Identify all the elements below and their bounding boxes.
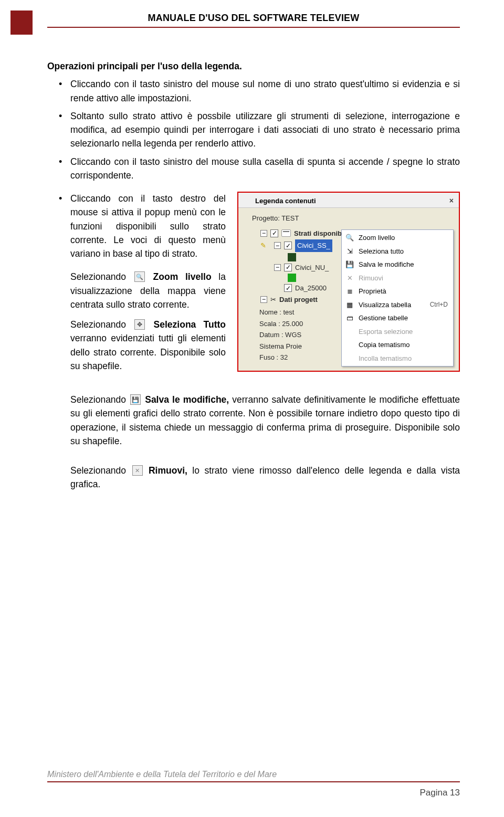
bullet-text: Cliccando con il tasto sinistro del mous… — [70, 79, 460, 103]
bullet-text: Soltanto sullo strato attivo è possbile … — [70, 111, 460, 149]
text: Selezionando — [70, 271, 133, 282]
section-title: Operazioni principali per l'uso della le… — [47, 59, 460, 73]
document-title: MANUALE D'USO DEL SOFTWARE TELEVIEW — [47, 13, 460, 24]
ctx-label: Rimuovi — [359, 273, 383, 284]
text: Selezionando — [70, 319, 133, 330]
save-icon — [130, 394, 141, 405]
ctx-manage-tables[interactable]: 🗃Gestione tabelle — [342, 311, 453, 325]
ctx-copy-thematism[interactable]: Copia tematismo — [342, 338, 453, 352]
blank-icon — [345, 341, 354, 349]
bold-term: Zoom livello — [153, 271, 212, 282]
ctx-label: Salva le modifiche — [359, 259, 414, 270]
paragraph: Selezionando Zoom livello la visualizzaz… — [47, 270, 226, 311]
bullet-text: Cliccando con il tasto sinistro del mous… — [70, 156, 460, 181]
layer-context-menu: 🔍Zoom livello ⇲Seleziona tutto 💾Salva le… — [341, 229, 454, 366]
ctx-shortcut: Ctrl+D — [430, 300, 448, 309]
left-bullet-list: Cliccando con il tasto destro del mouse … — [47, 192, 226, 260]
checkbox[interactable]: ✓ — [284, 264, 292, 271]
collapse-icon[interactable]: − — [260, 230, 267, 237]
db-icon: 🗃 — [345, 314, 354, 322]
table-icon: ▦ — [345, 300, 354, 309]
tree-label: Da_25000 — [295, 283, 327, 294]
save-icon: 💾 — [345, 260, 354, 269]
zoom-level-icon — [134, 271, 145, 282]
collapse-icon[interactable]: − — [260, 296, 267, 303]
blank-icon — [345, 327, 354, 336]
ctx-label: Visualizza tabella — [359, 300, 411, 310]
legend-titlebar: Legenda contenuti × — [238, 193, 459, 208]
bullet-text: Cliccando con il tasto destro del mouse … — [70, 193, 226, 259]
checkbox[interactable]: ✓ — [270, 229, 278, 237]
ctx-zoom-level[interactable]: 🔍Zoom livello — [342, 231, 453, 245]
ctx-view-table[interactable]: ▦Visualizza tabellaCtrl+D — [342, 298, 453, 312]
selected-layer-label: Civici_SS_ — [295, 239, 332, 252]
bullet-item: Cliccando con il tasto sinistro del mous… — [47, 155, 460, 183]
collapse-icon[interactable]: − — [274, 264, 281, 271]
edit-pencil-icon: ✎ — [260, 240, 266, 251]
bold-term: Seleziona Tutto — [154, 319, 226, 330]
header-accent-box — [10, 11, 33, 35]
tree-label: Dati progett — [279, 295, 318, 305]
checkbox[interactable]: ✓ — [284, 284, 292, 292]
tree-label: Civici_NU_ — [295, 263, 329, 273]
paragraph: Selezionando Seleziona Tutto verranno ev… — [47, 318, 226, 373]
paragraph: Selezionando Salva le modifiche, verrann… — [47, 393, 460, 448]
zoom-icon: 🔍 — [345, 234, 354, 242]
ctx-label: Gestione tabelle — [359, 313, 408, 323]
blank-icon — [345, 354, 354, 362]
color-swatch-icon — [288, 253, 296, 261]
bold-term: Salva le modifiche, — [145, 394, 229, 405]
color-swatch-icon — [288, 274, 296, 282]
remove-icon: ✕ — [345, 274, 354, 282]
tools-icon: ✂ — [270, 295, 276, 305]
bullet-item: Cliccando con il tasto destro del mouse … — [47, 192, 226, 260]
ctx-label: Zoom livello — [359, 233, 395, 243]
bullet-item: Soltanto sullo strato attivo è possbile … — [47, 109, 460, 151]
footer-org: Ministero dell'Ambiente e della Tutela d… — [47, 770, 460, 782]
ctx-paste-thematism: Incolla tematismo — [342, 352, 453, 365]
legend-title: Legenda contenuti — [255, 196, 316, 206]
top-bullet-list: Cliccando con il tasto sinistro del mous… — [47, 77, 460, 182]
text: Selezionando — [70, 394, 129, 405]
bold-term: Rimuovi, — [149, 465, 187, 476]
close-icon[interactable]: × — [449, 195, 455, 206]
ctx-label: Incolla tematismo — [359, 353, 412, 364]
ctx-properties[interactable]: ≣Proprietà — [342, 285, 453, 298]
layers-icon — [281, 229, 291, 237]
ctx-export-selection: Esporta selezione — [342, 325, 453, 339]
bullet-item: Cliccando con il tasto sinistro del mous… — [47, 77, 460, 105]
paragraph: Selezionando Rimuovi, lo strato viene ri… — [47, 464, 460, 491]
tree-label: Strati disponibili — [294, 228, 348, 239]
text: verranno evidenziati tutti gli elementi … — [70, 333, 226, 371]
project-label: Progetto: TEST — [245, 211, 459, 228]
checkbox[interactable]: ✓ — [284, 242, 292, 249]
ctx-save-changes[interactable]: 💾Salva le modifiche — [342, 258, 453, 271]
select-all-icon: ⇲ — [345, 247, 354, 255]
page-number: Pagina 13 — [47, 782, 460, 798]
text: Selezionando — [70, 465, 131, 476]
ctx-label: Seleziona tutto — [359, 246, 404, 257]
legend-panel-screenshot: Legenda contenuti × Progetto: TEST − ✓ S… — [237, 192, 460, 372]
header-rule — [47, 27, 460, 28]
ctx-select-all[interactable]: ⇲Seleziona tutto — [342, 245, 453, 258]
select-all-icon — [134, 319, 145, 330]
remove-icon — [132, 465, 143, 476]
ctx-remove: ✕Rimuovi — [342, 271, 453, 285]
collapse-icon[interactable]: − — [274, 242, 281, 249]
ctx-label: Proprietà — [359, 286, 386, 297]
ctx-label: Copia tematismo — [359, 340, 410, 350]
properties-icon: ≣ — [345, 287, 354, 296]
ctx-label: Esporta selezione — [359, 327, 413, 337]
